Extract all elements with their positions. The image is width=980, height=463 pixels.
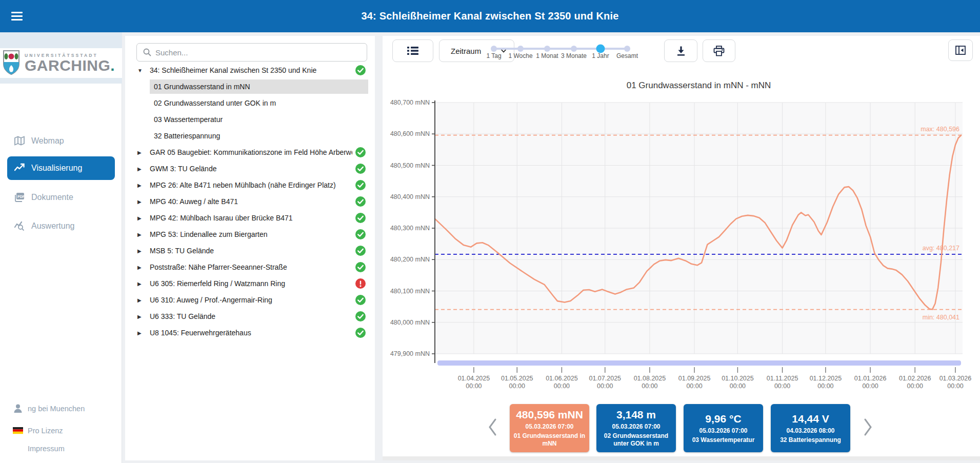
y-tick-label: 480,300 mNN [390,225,430,232]
x-tick-label-time: 00:00 [509,383,525,390]
tree-node[interactable]: ▶U6 305: Riemerfeld Ring / Watzmann Ring [125,275,375,292]
status-ok-icon [355,65,366,75]
tree-node[interactable]: ▶MPG 26: Alte B471 neben Mühlbach (nähe … [125,177,375,193]
expand-node-icon[interactable]: ▶ [137,314,144,319]
measurement-card-1[interactable]: 480,596 mNN05.03.2026 07:0001 Grundwasse… [510,404,589,452]
card-value: 14,44 V [792,413,829,425]
tree-node[interactable]: ▶MPG 42: Mühlbach Isarau über Brücke B47… [125,210,375,226]
measurement-card-4[interactable]: 14,44 V04.03.2026 08:0032 Batteriespannu… [771,404,850,452]
expand-node-icon[interactable]: ▶ [137,281,144,287]
tree-node[interactable]: ▶MPG 40: Auweg / alte B471 [125,193,375,210]
tree-node[interactable]: ▶MPG 53: Lindenallee zum Biergarten [125,226,375,243]
card-value: 480,596 mNN [516,409,583,421]
hamburger-menu-icon[interactable] [11,10,24,22]
expand-node-icon[interactable]: ▶ [137,232,144,237]
tree-node-label: GWM 3: TU Gelände [150,165,352,173]
tree-node[interactable]: ▶U6 310: Auweg / Prof.-Angermair-Ring [125,292,375,308]
sidebar-item-label: Visualisierung [31,164,82,173]
page-title: 34: Schleißheimer Kanal zwischen St 2350… [361,10,618,22]
sidebar-item-label: Auswertung [31,222,75,231]
tree-leaf-item[interactable]: 32 Batteriespannung [125,128,375,144]
search-box[interactable] [136,43,367,62]
x-tick-label: 01.01.2026 [854,375,887,382]
expand-node-icon[interactable]: ▶ [137,183,144,188]
x-tick-label-time: 00:00 [730,383,746,390]
tree-node-label: MPG 40: Auweg / alte B471 [150,197,352,206]
card-label: 03 Wassertemperatur [692,436,755,444]
cards-prev-button[interactable] [488,418,497,436]
expand-node-icon[interactable]: ▶ [137,150,144,155]
groundwater-line-chart[interactable]: max: 480,596avg: 480,217min: 480,041480,… [383,36,980,460]
svg-text:PDF: PDF [17,195,25,198]
horizontal-scrollbar[interactable] [383,456,980,460]
card-label: 01 Grundwasserstand in mNN [513,432,586,448]
x-tick-label-time: 00:00 [597,383,613,390]
sidebar-footer-pro-lizenz[interactable]: Pro Lizenz [13,426,63,436]
sidebar-item-webmap[interactable]: Webmap [7,130,115,152]
line-chart-icon [14,163,25,173]
tree-leaf-label: 02 Grundwasserstand unter GOK in m [154,99,352,107]
collapse-node-icon[interactable]: ▼ [137,68,144,73]
x-tick-label: 01.07.2025 [589,375,621,382]
logo-text: UNIVERSITÄTSSTADT GARCHING. [25,53,115,74]
x-tick-label: 01.10.2025 [722,375,754,382]
tree-node[interactable]: ▶GAR 05 Baugebiet: Kommunikationszone im… [125,144,375,160]
x-tick-label-time: 00:00 [774,383,790,390]
status-ok-icon [355,246,366,256]
card-label: 02 Grundwasserstand unter GOK in m [599,432,673,448]
status-ok-icon [355,328,366,338]
expand-node-icon[interactable]: ▶ [137,166,144,172]
expand-node-icon[interactable]: ▶ [137,297,144,303]
status-ok-icon [355,311,366,321]
tree-node-label: U6 333: TU Gelände [150,312,352,320]
map-icon [14,136,25,146]
tree-node[interactable]: ▼34: Schleißheimer Kanal zwischen St 235… [125,62,375,78]
x-tick-label: 01.05.2025 [501,375,533,382]
tree-node-label: Poststraße: Nähe Pfarrer-Seeanner-Straße [150,263,352,271]
pdf-icon: PDF [14,192,25,203]
expand-node-icon[interactable]: ▶ [137,199,144,205]
tree-node-label: GAR 05 Baugebiet: Kommunikationszone im … [150,148,352,156]
x-tick-label-time: 00:00 [947,383,963,390]
card-timestamp: 04.03.2026 08:00 [786,427,834,434]
sidebar-item-dokumente[interactable]: PDFDokumente [7,186,115,209]
sidebar: UNIVERSITÄTSSTADT GARCHING. WebmapVisual… [0,32,122,463]
expand-node-icon[interactable]: ▶ [137,330,144,336]
tree-node-label: MPG 26: Alte B471 neben Mühlbach (nähe E… [150,181,352,189]
tree-leaf-item[interactable]: 02 Grundwasserstand unter GOK in m [125,95,375,111]
tree-node[interactable]: ▶MSB 5: TU Gelände [125,243,375,259]
range-scrollbar[interactable] [437,360,961,366]
tree-node[interactable]: ▶U6 333: TU Gelände [125,308,375,325]
sidebar-item-label: Webmap [31,136,64,146]
garching-crest-icon [2,50,21,76]
tree-node[interactable]: ▶U8 1045: Feuerwehrgerätehaus [125,325,375,341]
tree-list: ▼34: Schleißheimer Kanal zwischen St 235… [125,62,375,341]
sidebar-item-visualisierung[interactable]: Visualisierung [7,156,115,180]
cards-next-button[interactable] [864,418,873,436]
tree-node-label: 34: Schleißheimer Kanal zwischen St 2350… [150,66,352,74]
x-tick-label: 01.08.2025 [634,375,666,382]
status-ok-icon [355,196,366,207]
status-ok-icon [355,213,366,223]
search-input[interactable] [155,48,367,57]
tree-node[interactable]: ▶Poststraße: Nähe Pfarrer-Seeanner-Straß… [125,259,375,275]
expand-node-icon[interactable]: ▶ [137,215,144,221]
measurement-card-3[interactable]: 9,96 °C05.03.2026 07:0003 Wassertemperat… [684,404,763,452]
station-tree-panel: ▼34: Schleißheimer Kanal zwischen St 235… [125,36,375,460]
status-ok-icon [355,262,366,272]
card-timestamp: 05.03.2026 07:00 [525,423,573,430]
tree-leaf-selected[interactable]: 01 Grundwasserstand in mNN [125,78,375,95]
tree-node[interactable]: ▶GWM 3: TU Gelände [125,160,375,177]
sidebar-footer-ng-bei-muenchen[interactable]: ng bei Muenchen [13,404,85,414]
expand-node-icon[interactable]: ▶ [137,265,144,270]
sidebar-item-auswertung[interactable]: Auswertung [7,215,115,237]
sidebar-item-label: Dokumente [31,193,73,202]
y-tick-label: 480,600 mNN [390,130,430,137]
expand-node-icon[interactable]: ▶ [137,248,144,254]
y-tick-label: 480,200 mNN [390,256,430,263]
card-timestamp: 05.03.2026 07:00 [699,427,747,434]
x-tick-label: 01.02.2026 [899,375,931,382]
tree-leaf-item[interactable]: 03 Wassertemperatur [125,111,375,128]
sidebar-footer-impressum[interactable]: Impressum [13,445,65,453]
measurement-card-2[interactable]: 3,148 m05.03.2026 07:0002 Grundwassersta… [596,404,676,452]
